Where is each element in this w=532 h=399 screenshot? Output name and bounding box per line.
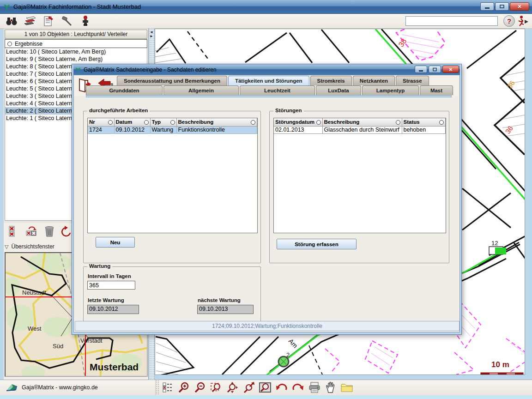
last-maintenance-value: 09.10.2012 <box>87 305 139 314</box>
tab-lampentyp[interactable]: Lampentyp <box>362 85 419 95</box>
view-back-icon[interactable] <box>276 381 288 393</box>
zoom-full-extent-icon[interactable] <box>259 381 272 393</box>
pan-hand-icon[interactable] <box>325 381 336 393</box>
new-work-button[interactable]: Neu <box>96 237 135 248</box>
zoom-out-icon[interactable] <box>194 381 206 393</box>
works-table[interactable]: Nr Datum Typ Beschreibung 1724 09.10.201… <box>87 118 258 233</box>
bottom-bar: Gaja®Matrix - www.gingko.de <box>0 380 532 395</box>
collapse-arrows-icon[interactable]: ◄► <box>150 30 153 38</box>
quick-search-input[interactable] <box>405 16 498 26</box>
dialog-close-button[interactable]: ✕ <box>442 66 459 73</box>
legend-icon[interactable] <box>162 381 174 393</box>
window-frame-right <box>525 29 532 380</box>
search-objects-button[interactable] <box>5 15 18 28</box>
remove-all-icon[interactable] <box>8 225 19 237</box>
works-col-typ[interactable]: Typ <box>150 118 176 126</box>
sort-circle-icon[interactable] <box>108 120 113 125</box>
tab-grunddaten[interactable]: Grunddaten <box>86 85 163 95</box>
results-group-header[interactable]: Ergebnisse <box>5 39 147 48</box>
close-button[interactable]: ✕ <box>510 2 529 11</box>
faults-table[interactable]: Störungsdatum Beschreibung Status 02.01.… <box>273 118 446 233</box>
main-window: Gaja®Matrix Fachinformation - Stadt Must… <box>0 0 532 399</box>
faults-col-datum[interactable]: Störungsdatum <box>274 118 322 126</box>
binoculars-icon <box>6 16 18 27</box>
dialog-body: Sonderausstattung und Bemerkungen Tätigk… <box>73 75 460 332</box>
tab-leuchtzeit[interactable]: Leuchtzeit <box>240 85 315 95</box>
dialog-minimize-button[interactable] <box>415 66 427 73</box>
lamp-object-button[interactable] <box>79 15 92 28</box>
sort-circle-icon[interactable] <box>251 120 255 125</box>
map-label-2: 2 <box>286 351 290 358</box>
main-toolbar: ? <box>0 14 532 29</box>
zoom-in-icon[interactable] <box>178 381 190 393</box>
hammer-icon <box>61 16 73 27</box>
help-button[interactable]: ? <box>503 15 515 27</box>
delete-icon[interactable] <box>44 225 54 237</box>
gingko-logo-icon <box>6 382 18 393</box>
works-row-selected[interactable]: 1724 09.10.2012 Wartung Funktionskontrol… <box>88 126 257 133</box>
layers-button[interactable] <box>23 15 37 28</box>
sort-circle-icon[interactable] <box>439 120 444 125</box>
overview-label-west: West <box>28 325 42 332</box>
sort-circle-icon[interactable] <box>316 120 321 125</box>
scale-label: 10 m <box>491 360 509 369</box>
statusbar-separator <box>155 380 160 396</box>
faults-col-beschreibung[interactable]: Beschreibung <box>322 118 402 126</box>
view-forward-icon[interactable] <box>292 381 304 393</box>
open-map-folder-icon[interactable] <box>340 382 353 393</box>
works-col-nr[interactable]: Nr <box>88 118 114 126</box>
sort-circle-icon[interactable] <box>170 120 175 125</box>
tab-netzkanten[interactable]: Netzkanten <box>353 76 395 85</box>
print-icon[interactable] <box>308 381 321 393</box>
window-frame-bottom <box>0 395 532 399</box>
status-text: Gaja®Matrix - www.gingko.de <box>22 384 98 391</box>
faults-group: Störungen Störungsdatum Beschreibung Sta… <box>269 111 449 263</box>
works-col-beschreibung[interactable]: Beschreibung <box>176 118 257 126</box>
restore-button[interactable] <box>495 2 509 11</box>
tab-luxdata[interactable]: LuxData <box>316 85 361 95</box>
dialog-statusbar: 1724;09.10.2012;Wartung;Funktionskontrol… <box>75 321 459 331</box>
list-item[interactable]: Leuchte: 9 ( Siteco Laterne, Am Berg) <box>5 55 147 63</box>
tab-taetigkeiten[interactable]: Tätigkeiten und Störungen <box>228 76 309 85</box>
exit-run-button[interactable] <box>516 15 529 29</box>
results-circle-icon <box>7 42 12 46</box>
tab-strasse[interactable]: Strasse <box>396 76 429 85</box>
undo-selection-icon[interactable] <box>60 225 73 237</box>
layers-icon <box>24 16 36 27</box>
zoom-dynamic-icon[interactable] <box>226 381 238 393</box>
app-icon <box>4 4 10 10</box>
dialog-restore-button[interactable] <box>429 66 441 73</box>
minimize-button[interactable] <box>480 2 494 11</box>
tab-mast[interactable]: Mast <box>420 85 453 95</box>
zoom-window-icon[interactable] <box>210 381 222 393</box>
tab-stromkreis[interactable]: Stromkreis <box>310 76 352 85</box>
dialog-title: Gaja®Matrix Sachdateneingabe - Sachdaten… <box>84 66 217 73</box>
sort-circle-icon[interactable] <box>144 120 149 125</box>
works-col-datum[interactable]: Datum <box>114 118 150 126</box>
report-button[interactable] <box>42 15 55 28</box>
tab-allgemein[interactable]: Allgemein <box>163 85 239 95</box>
chevron-down-icon: ▽ <box>5 244 8 250</box>
create-fault-button[interactable]: Störung erfassen <box>277 239 357 249</box>
invert-selection-icon[interactable] <box>25 225 38 237</box>
report-icon <box>43 15 54 27</box>
lamp-icon <box>81 15 90 27</box>
map-toolbar <box>162 381 353 393</box>
tab-sonderausstattung[interactable]: Sonderausstattung und Bemerkungen <box>117 76 227 85</box>
faults-row[interactable]: 02.01.2013 Glasschaden durch Steinwurf b… <box>274 126 446 133</box>
works-group: durchgeführte Arbeiten Nr Datum Typ Besc… <box>83 111 261 263</box>
tab-row-1: Sonderausstattung und Bemerkungen Tätigk… <box>117 76 430 85</box>
overview-label-neustadt: Neustadt <box>22 289 46 296</box>
next-maintenance-label: nächste Wartung <box>198 297 241 303</box>
zoom-pan-icon[interactable] <box>242 381 254 393</box>
interval-input[interactable] <box>87 281 135 290</box>
dialog-icon <box>75 67 81 73</box>
window-title: Gaja®Matrix Fachinformation - Stadt Must… <box>13 3 141 10</box>
dialog-titlebar: Gaja®Matrix Sachdateneingabe - Sachdaten… <box>73 64 460 75</box>
results-count-header[interactable]: 1 von 10 Objekten : Leuchtpunkt/ Verteil… <box>5 30 147 39</box>
main-titlebar: Gaja®Matrix Fachinformation - Stadt Must… <box>0 0 532 14</box>
sort-circle-icon[interactable] <box>396 120 400 125</box>
list-item[interactable]: Leuchte: 10 ( Siteco Laterne, Am Berg) <box>5 48 147 55</box>
tools-button[interactable] <box>60 15 74 28</box>
faults-col-status[interactable]: Status <box>402 118 446 126</box>
